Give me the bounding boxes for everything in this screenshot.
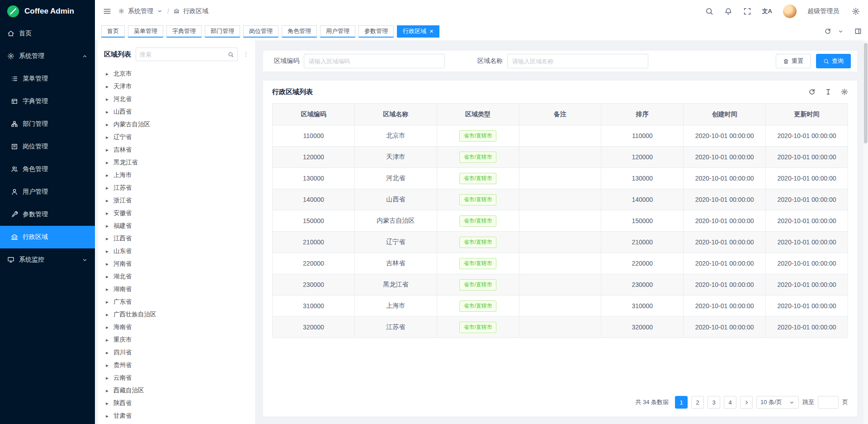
next-page-button[interactable] [740, 396, 753, 409]
caret-right-icon[interactable]: ▸ [105, 134, 109, 140]
tree-item[interactable]: ▸江西省 [98, 232, 255, 245]
caret-right-icon[interactable]: ▸ [105, 337, 109, 343]
caret-right-icon[interactable]: ▸ [105, 324, 109, 330]
page-button-3[interactable]: 3 [708, 396, 720, 409]
more-options-icon[interactable] [242, 51, 250, 58]
tree-item[interactable]: ▸福建省 [98, 219, 255, 232]
caret-right-icon[interactable]: ▸ [105, 185, 109, 191]
tree-item[interactable]: ▸广西壮族自治区 [98, 308, 255, 321]
tab-4[interactable]: 岗位管理 [243, 25, 278, 38]
sidebar-item-0[interactable]: 菜单管理 [0, 67, 95, 90]
caret-right-icon[interactable]: ▸ [105, 147, 109, 153]
tree-item[interactable]: ▸湖北省 [98, 270, 255, 283]
tree-item[interactable]: ▸吉林省 [98, 143, 255, 156]
logo[interactable]: Coffee Admin [0, 0, 95, 22]
tab-3[interactable]: 部门管理 [205, 25, 240, 38]
tree-item[interactable]: ▸广东省 [98, 295, 255, 308]
chevron-down-icon[interactable] [157, 8, 163, 14]
caret-right-icon[interactable]: ▸ [105, 362, 109, 368]
caret-right-icon[interactable]: ▸ [105, 210, 109, 216]
tree-item[interactable]: ▸甘肃省 [98, 410, 255, 422]
tree-item[interactable]: ▸云南省 [98, 372, 255, 384]
search-icon[interactable] [705, 7, 713, 15]
collapse-sidebar-icon[interactable] [103, 7, 111, 15]
tree-item[interactable]: ▸浙江省 [98, 194, 255, 207]
reset-button[interactable]: 重置 [776, 54, 811, 68]
caret-right-icon[interactable]: ▸ [105, 312, 109, 318]
tab-5[interactable]: 角色管理 [282, 25, 317, 38]
sidebar-item-3[interactable]: 岗位管理 [0, 135, 95, 158]
tree-item[interactable]: ▸贵州省 [98, 359, 255, 372]
caret-right-icon[interactable]: ▸ [105, 160, 109, 166]
tree-item[interactable]: ▸陕西省 [98, 397, 255, 410]
search-icon[interactable] [228, 52, 234, 57]
region-code-input[interactable] [304, 54, 445, 68]
caret-right-icon[interactable]: ▸ [105, 122, 109, 128]
tree-item[interactable]: ▸上海市 [98, 169, 255, 181]
tree-item[interactable]: ▸山西省 [98, 105, 255, 118]
text-size-icon[interactable] [825, 88, 832, 95]
caret-right-icon[interactable]: ▸ [105, 274, 109, 280]
tree-item[interactable]: ▸河南省 [98, 257, 255, 270]
settings-gear-icon[interactable] [852, 7, 860, 15]
caret-right-icon[interactable]: ▸ [105, 375, 109, 381]
tree-item[interactable]: ▸黑龙江省 [98, 156, 255, 169]
caret-right-icon[interactable]: ▸ [105, 261, 109, 267]
tree-item[interactable]: ▸重庆市 [98, 333, 255, 346]
caret-right-icon[interactable]: ▸ [105, 71, 109, 77]
avatar[interactable] [783, 5, 797, 18]
toggle-panel-icon[interactable] [854, 28, 862, 35]
caret-right-icon[interactable]: ▸ [105, 248, 109, 254]
caret-right-icon[interactable]: ▸ [105, 400, 109, 406]
tab-0[interactable]: 首页 [101, 25, 125, 38]
scrollbar-thumb[interactable] [864, 43, 868, 143]
page-button-2[interactable]: 2 [691, 396, 704, 409]
tree-item[interactable]: ▸辽宁省 [98, 131, 255, 143]
notification-bell-icon[interactable] [724, 7, 732, 15]
tree-item[interactable]: ▸内蒙古自治区 [98, 118, 255, 131]
caret-right-icon[interactable]: ▸ [105, 388, 109, 394]
sidebar-item-home[interactable]: 首页 [0, 22, 95, 45]
username[interactable]: 超级管理员 [807, 7, 839, 15]
sidebar-item-4[interactable]: 角色管理 [0, 158, 95, 181]
sidebar-item-7[interactable]: 行政区域 [0, 226, 95, 248]
fullscreen-icon[interactable] [743, 7, 751, 15]
page-size-select[interactable]: 10 条/页 [756, 396, 799, 409]
region-name-input[interactable] [507, 54, 648, 68]
refresh-table-icon[interactable] [808, 88, 816, 95]
sidebar-item-1[interactable]: 字典管理 [0, 90, 95, 113]
caret-right-icon[interactable]: ▸ [105, 236, 109, 242]
tree-item[interactable]: ▸海南省 [98, 321, 255, 333]
sidebar-group-system[interactable]: 系统管理 [0, 45, 95, 67]
caret-right-icon[interactable]: ▸ [105, 223, 109, 229]
tab-7[interactable]: 参数管理 [359, 25, 394, 38]
tree-item[interactable]: ▸北京市 [98, 67, 255, 80]
caret-right-icon[interactable]: ▸ [105, 350, 109, 356]
tab-8[interactable]: 行政区域× [397, 25, 439, 38]
breadcrumb-level1[interactable]: 系统管理 [128, 7, 153, 15]
tree-item[interactable]: ▸河北省 [98, 93, 255, 105]
tree-item[interactable]: ▸湖南省 [98, 283, 255, 295]
page-button-4[interactable]: 4 [724, 396, 736, 409]
tree-item[interactable]: ▸青海省 [98, 422, 255, 424]
sidebar-group-monitor[interactable]: 系统监控 [0, 248, 95, 271]
sidebar-item-5[interactable]: 用户管理 [0, 181, 95, 203]
page-button-1[interactable]: 1 [675, 396, 688, 409]
tree-search-input[interactable] [140, 51, 225, 58]
caret-right-icon[interactable]: ▸ [105, 96, 109, 102]
refresh-tabs-icon[interactable] [824, 28, 831, 35]
translate-icon[interactable]: 文A [762, 7, 772, 15]
tree-item[interactable]: ▸西藏自治区 [98, 384, 255, 397]
jump-page-input[interactable] [818, 396, 839, 409]
tab-1[interactable]: 菜单管理 [128, 25, 163, 38]
tree-item[interactable]: ▸江苏省 [98, 181, 255, 194]
caret-right-icon[interactable]: ▸ [105, 286, 109, 292]
tree-item[interactable]: ▸山东省 [98, 245, 255, 257]
caret-right-icon[interactable]: ▸ [105, 109, 109, 115]
tree-item[interactable]: ▸天津市 [98, 80, 255, 93]
sidebar-item-6[interactable]: 参数管理 [0, 203, 95, 226]
tree-item[interactable]: ▸四川省 [98, 346, 255, 359]
tab-2[interactable]: 字典管理 [166, 25, 202, 38]
vertical-scrollbar[interactable] [863, 40, 868, 424]
search-button[interactable]: 查询 [816, 54, 851, 68]
